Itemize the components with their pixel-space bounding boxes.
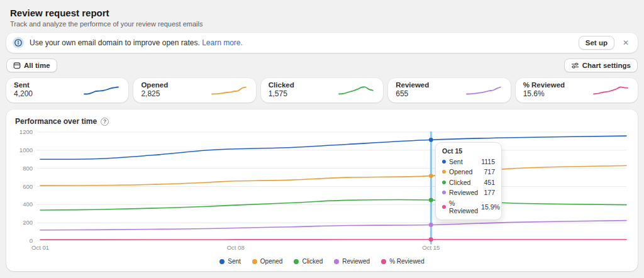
date-filter-label: All time [24, 61, 50, 70]
metric-card-sent[interactable]: Sent4,200 [6, 78, 128, 103]
crosshair-dot-sent [429, 138, 433, 142]
sparkline-reviewed [592, 86, 629, 96]
y-axis-label: 800 [23, 165, 33, 172]
series-dot-icon [334, 259, 339, 264]
tooltip-row-sent: Sent1115 [442, 158, 495, 165]
legend-label: Clicked [302, 258, 323, 265]
tooltip-date: Oct 15 [442, 147, 495, 155]
legend-item-reviewed[interactable]: Reviewed [334, 258, 370, 265]
series-dot-icon [442, 205, 446, 209]
series-dot-icon [442, 191, 446, 194]
x-axis-label: Oct 01 [31, 244, 49, 251]
legend-label: Reviewed [342, 258, 370, 265]
tooltip-series-label: Opened [449, 168, 480, 175]
sparkline-sent [83, 86, 119, 96]
banner-text: Use your own email domain to improve ope… [30, 38, 200, 47]
legend-item-clicked[interactable]: Clicked [294, 258, 323, 265]
info-icon [13, 37, 24, 48]
series-line-sent [40, 136, 626, 159]
page-title: Review request report [10, 8, 634, 18]
crosshair-dot-clicked [429, 198, 433, 203]
y-axis-label: 0 [30, 237, 33, 244]
legend-label: % Reviewed [389, 258, 425, 265]
toolbar: All time Chart settings [6, 58, 638, 72]
tooltip-series-label: Sent [449, 158, 478, 165]
tooltip-row-clicked: Clicked451 [442, 179, 495, 186]
tooltip-series-label: Reviewed [449, 189, 480, 196]
y-axis-label: 1200 [19, 128, 33, 135]
sliders-icon [571, 62, 579, 69]
x-axis-label: Oct 15 [422, 244, 440, 251]
series-dot-icon [442, 181, 446, 184]
chart-settings-label: Chart settings [582, 61, 631, 70]
series-dot-icon [252, 259, 257, 264]
tooltip-row-reviewed: % Reviewed15.9% [442, 199, 495, 214]
page-subtitle: Track and analyze the performce of your … [10, 20, 634, 28]
help-icon[interactable]: ? [101, 118, 109, 126]
series-dot-icon [442, 170, 446, 174]
tooltip-rows: Sent1115Opened717Clicked451Reviewed177% … [442, 158, 495, 214]
chart-title-row: Performance over time ? [15, 116, 629, 127]
legend-item-opened[interactable]: Opened [252, 258, 283, 265]
email-domain-banner: Use your own email domain to improve ope… [6, 33, 638, 53]
tooltip-series-value: 717 [484, 168, 495, 175]
y-axis-label: 1000 [19, 147, 33, 153]
tooltip-series-label: Clicked [449, 179, 480, 186]
y-axis-label: 400 [23, 201, 33, 208]
report-page: Review request report Track and analyze … [0, 0, 644, 271]
tooltip-series-value: 15.9% [481, 203, 500, 211]
sparkline-opened [211, 86, 247, 96]
series-dot-icon [219, 259, 225, 264]
legend-item-reviewed[interactable]: % Reviewed [381, 258, 425, 265]
banner-message: Use your own email domain to improve ope… [30, 38, 573, 47]
chart-title: Performance over time [15, 117, 97, 126]
tooltip-series-value: 451 [484, 179, 495, 186]
tooltip-series-label: % Reviewed [449, 199, 478, 214]
series-dot-icon [294, 259, 299, 264]
y-axis-label: 200 [23, 219, 33, 226]
metric-card-reviewed[interactable]: Reviewed655 [388, 78, 510, 103]
sparkline-clicked [338, 86, 374, 96]
y-axis-label: 600 [23, 183, 33, 190]
series-dot-icon [381, 259, 386, 264]
chart-legend: SentOpenedClickedReviewed% Reviewed [15, 258, 629, 265]
series-line-reviewed [40, 221, 626, 230]
metric-card-opened[interactable]: Opened2,825 [133, 78, 255, 103]
crosshair-dot-opened [429, 174, 433, 178]
tooltip-series-value: 177 [484, 189, 495, 196]
legend-label: Sent [228, 258, 241, 265]
tooltip-row-reviewed: Reviewed177 [442, 189, 495, 196]
learn-more-link[interactable]: Learn more. [202, 38, 243, 47]
series-dot-icon [442, 160, 446, 164]
tooltip-series-value: 1115 [481, 158, 495, 165]
close-icon[interactable]: ✕ [620, 38, 631, 48]
chart-body: 120010008006004002000Oct 01Oct 08Oct 15 … [15, 128, 629, 255]
performance-chart-card: Performance over time ? 1200100080060040… [6, 109, 638, 271]
x-axis-label: Oct 08 [227, 244, 245, 251]
metric-cards-row: Sent4,200Opened2,825Clicked1,575Reviewed… [6, 78, 638, 103]
metric-card-reviewed[interactable]: % Reviewed15.6% [516, 78, 638, 103]
chart-tooltip: Oct 15 Sent1115Opened717Clicked451Review… [435, 142, 502, 220]
performance-line-chart[interactable]: 120010008006004002000Oct 01Oct 08Oct 15 [15, 128, 629, 253]
tooltip-row-opened: Opened717 [442, 168, 495, 175]
crosshair-dot-reviewed [429, 223, 433, 227]
sparkline-reviewed [465, 86, 502, 96]
calendar-icon [13, 62, 21, 69]
crosshair-dot-reviewed [429, 237, 433, 242]
page-header: Review request report Track and analyze … [6, 6, 638, 28]
legend-item-sent[interactable]: Sent [219, 258, 241, 265]
chart-settings-button[interactable]: Chart settings [564, 58, 638, 72]
metric-card-clicked[interactable]: Clicked1,575 [261, 78, 383, 103]
legend-label: Opened [260, 258, 283, 265]
date-filter-button[interactable]: All time [6, 58, 57, 72]
set-up-button[interactable]: Set up [579, 36, 614, 50]
